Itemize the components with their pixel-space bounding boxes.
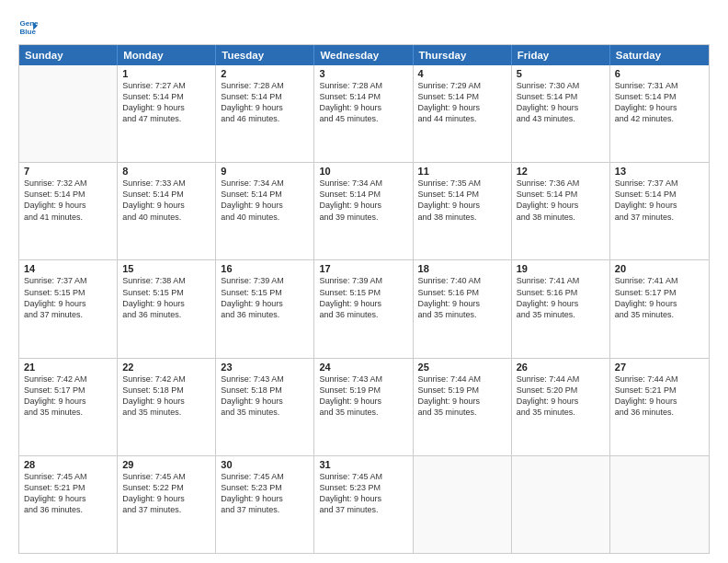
cell-text-line: Daylight: 9 hours <box>24 200 112 211</box>
calendar-cell: 21Sunrise: 7:42 AMSunset: 5:17 PMDayligh… <box>19 359 118 455</box>
cell-text-line: and 38 minutes. <box>517 212 605 223</box>
cell-text-line: and 35 minutes. <box>221 407 309 418</box>
cell-text-line: Sunset: 5:15 PM <box>122 287 210 298</box>
cell-text-line: and 35 minutes. <box>517 407 605 418</box>
page: General Blue SundayMondayTuesdayWednesda… <box>0 0 728 563</box>
cell-text-line: Sunrise: 7:39 AM <box>221 275 309 286</box>
day-number: 19 <box>517 263 605 274</box>
day-number: 23 <box>221 362 309 373</box>
cell-text-line: Daylight: 9 hours <box>221 200 309 211</box>
cell-text-line: Sunset: 5:14 PM <box>517 189 605 200</box>
calendar-cell: 17Sunrise: 7:39 AMSunset: 5:15 PMDayligh… <box>314 260 413 357</box>
day-number: 28 <box>24 459 112 470</box>
cell-text-line: and 41 minutes. <box>24 212 112 223</box>
cell-text-line: Daylight: 9 hours <box>319 200 407 211</box>
cell-text-line: Sunset: 5:20 PM <box>517 385 605 396</box>
day-number: 3 <box>319 68 407 79</box>
cell-text-line: Sunset: 5:14 PM <box>122 189 210 200</box>
cell-text-line: and 47 minutes. <box>122 113 210 124</box>
calendar-cell <box>512 456 610 553</box>
cell-text-line: and 37 minutes. <box>319 504 407 515</box>
cell-text-line: Sunset: 5:15 PM <box>221 287 309 298</box>
calendar-cell: 2Sunrise: 7:28 AMSunset: 5:14 PMDaylight… <box>216 65 314 162</box>
cell-text-line: Sunset: 5:21 PM <box>615 385 704 396</box>
weekday-header: Thursday <box>414 45 512 65</box>
day-number: 9 <box>221 166 309 177</box>
cell-text-line: Sunrise: 7:32 AM <box>24 178 112 189</box>
cell-text-line: and 36 minutes. <box>221 309 309 320</box>
cell-text-line: Sunset: 5:14 PM <box>615 189 704 200</box>
cell-text-line: and 40 minutes. <box>122 212 210 223</box>
day-number: 26 <box>517 362 605 373</box>
calendar-cell: 31Sunrise: 7:45 AMSunset: 5:23 PMDayligh… <box>314 456 413 553</box>
weekday-header: Sunday <box>19 45 118 65</box>
calendar-cell: 23Sunrise: 7:43 AMSunset: 5:18 PMDayligh… <box>216 359 314 455</box>
calendar-cell: 13Sunrise: 7:37 AMSunset: 5:14 PMDayligh… <box>610 163 709 259</box>
cell-text-line: Daylight: 9 hours <box>615 200 704 211</box>
cell-text-line: Daylight: 9 hours <box>24 396 112 407</box>
cell-text-line: Sunset: 5:21 PM <box>24 482 112 493</box>
calendar-cell: 24Sunrise: 7:43 AMSunset: 5:19 PMDayligh… <box>314 359 413 455</box>
calendar: SundayMondayTuesdayWednesdayThursdayFrid… <box>18 44 710 554</box>
cell-text-line: Sunrise: 7:45 AM <box>319 471 407 482</box>
day-number: 21 <box>24 362 112 373</box>
cell-text-line: Sunrise: 7:31 AM <box>615 80 704 91</box>
cell-text-line: and 46 minutes. <box>221 113 309 124</box>
calendar-cell: 26Sunrise: 7:44 AMSunset: 5:20 PMDayligh… <box>512 359 610 455</box>
cell-text-line: Sunrise: 7:43 AM <box>221 373 309 385</box>
day-number: 10 <box>319 166 407 177</box>
calendar-cell: 25Sunrise: 7:44 AMSunset: 5:19 PMDayligh… <box>414 359 512 455</box>
day-number: 22 <box>122 362 210 373</box>
calendar-week-row: 14Sunrise: 7:37 AMSunset: 5:15 PMDayligh… <box>19 260 709 358</box>
cell-text-line: Daylight: 9 hours <box>319 298 407 309</box>
calendar-cell: 10Sunrise: 7:34 AMSunset: 5:14 PMDayligh… <box>314 163 413 259</box>
calendar-week-row: 7Sunrise: 7:32 AMSunset: 5:14 PMDaylight… <box>19 163 709 260</box>
cell-text-line: Daylight: 9 hours <box>24 298 112 309</box>
calendar-cell: 29Sunrise: 7:45 AMSunset: 5:22 PMDayligh… <box>118 456 216 553</box>
cell-text-line: and 35 minutes. <box>418 407 506 418</box>
cell-text-line: Sunrise: 7:41 AM <box>517 275 605 286</box>
cell-text-line: and 37 minutes. <box>24 309 112 320</box>
day-number: 25 <box>418 362 506 373</box>
day-number: 13 <box>615 166 704 177</box>
cell-text-line: Daylight: 9 hours <box>24 493 112 504</box>
calendar-cell: 11Sunrise: 7:35 AMSunset: 5:14 PMDayligh… <box>414 163 512 259</box>
cell-text-line: Sunset: 5:14 PM <box>319 91 407 102</box>
cell-text-line: Daylight: 9 hours <box>517 396 605 407</box>
logo-icon: General Blue <box>18 17 39 37</box>
cell-text-line: Sunset: 5:15 PM <box>319 287 407 298</box>
cell-text-line: Daylight: 9 hours <box>517 200 605 211</box>
cell-text-line: Daylight: 9 hours <box>319 396 407 407</box>
cell-text-line: Sunset: 5:16 PM <box>517 287 605 298</box>
cell-text-line: and 35 minutes. <box>615 309 704 320</box>
cell-text-line: and 35 minutes. <box>418 309 506 320</box>
cell-text-line: Sunset: 5:14 PM <box>418 91 506 102</box>
cell-text-line: Sunrise: 7:34 AM <box>221 178 309 189</box>
cell-text-line: and 43 minutes. <box>517 113 605 124</box>
cell-text-line: and 35 minutes. <box>319 407 407 418</box>
calendar-cell: 1Sunrise: 7:27 AMSunset: 5:14 PMDaylight… <box>118 65 216 162</box>
calendar-cell: 20Sunrise: 7:41 AMSunset: 5:17 PMDayligh… <box>610 260 709 357</box>
calendar-cell: 18Sunrise: 7:40 AMSunset: 5:16 PMDayligh… <box>414 260 512 357</box>
cell-text-line: Sunrise: 7:44 AM <box>517 373 605 385</box>
calendar-cell: 4Sunrise: 7:29 AMSunset: 5:14 PMDaylight… <box>414 65 512 162</box>
cell-text-line: and 35 minutes. <box>122 407 210 418</box>
calendar-cell <box>414 456 512 553</box>
calendar-cell: 30Sunrise: 7:45 AMSunset: 5:23 PMDayligh… <box>216 456 314 553</box>
calendar-cell: 22Sunrise: 7:42 AMSunset: 5:18 PMDayligh… <box>118 359 216 455</box>
cell-text-line: Sunrise: 7:45 AM <box>221 471 309 482</box>
cell-text-line: Sunrise: 7:34 AM <box>319 178 407 189</box>
cell-text-line: Sunrise: 7:33 AM <box>122 178 210 189</box>
cell-text-line: Sunset: 5:19 PM <box>319 385 407 396</box>
cell-text-line: Sunrise: 7:41 AM <box>615 275 704 286</box>
cell-text-line: and 45 minutes. <box>319 113 407 124</box>
cell-text-line: Sunrise: 7:42 AM <box>122 373 210 385</box>
cell-text-line: Daylight: 9 hours <box>418 298 506 309</box>
cell-text-line: Sunset: 5:14 PM <box>517 91 605 102</box>
day-number: 4 <box>418 68 506 79</box>
day-number: 2 <box>221 68 309 79</box>
day-number: 24 <box>319 362 407 373</box>
header: General Blue <box>18 17 710 37</box>
cell-text-line: Daylight: 9 hours <box>517 102 605 113</box>
cell-text-line: Sunset: 5:18 PM <box>122 385 210 396</box>
